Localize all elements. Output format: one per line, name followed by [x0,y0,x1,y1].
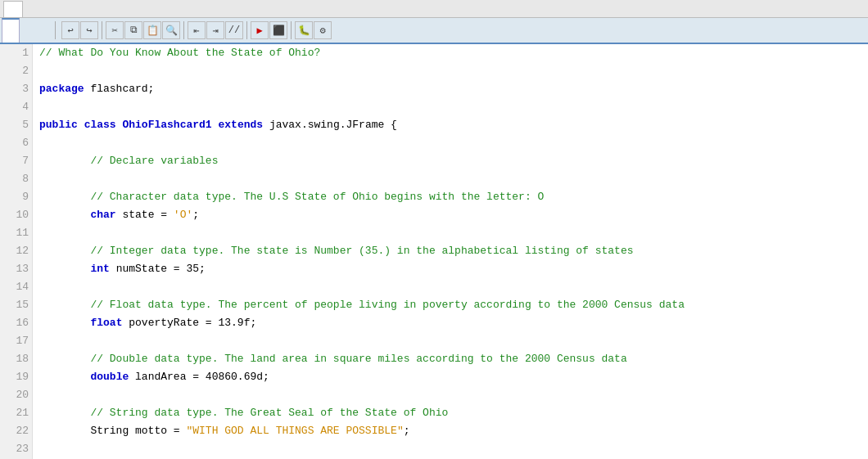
file-tab[interactable] [3,1,23,17]
line-number-11: 11 [3,224,29,242]
toolbar-btn-stop[interactable]: ⬛ [269,21,287,39]
toolbar-btn-paste[interactable]: 📋 [143,21,161,39]
code-line-10: char state = 'O'; [39,206,868,224]
code-editor: 1234567891011121314151617181920212223 //… [0,44,868,459]
code-line-1: // What Do You Know About the State of O… [39,44,868,62]
code-line-19: double landArea = 40860.69d; [39,368,868,386]
toolbar: ↩ ↪ ✂ ⧉ 📋 🔍 ⇤ ⇥ // ▶ ⬛ 🐛 ⚙ [61,21,332,39]
code-line-5: public class OhioFlashcard1 extends java… [39,116,868,134]
code-line-7: // Declare variables [39,152,868,170]
code-line-23 [39,440,868,458]
code-line-15: // Float data type. The percent of peopl… [39,296,868,314]
toolbar-btn-copy[interactable]: ⧉ [124,21,142,39]
code-line-22: String motto = "WITH GOD ALL THINGS ARE … [39,422,868,440]
line-number-9: 9 [3,188,29,206]
toolbar-separator-1 [55,21,56,39]
line-number-12: 12 [3,242,29,260]
line-number-6: 6 [3,134,29,152]
line-number-3: 3 [3,80,29,98]
toolbar-btn-redo[interactable]: ↪ [80,21,98,39]
line-number-15: 15 [3,296,29,314]
line-number-7: 7 [3,152,29,170]
line-number-18: 18 [3,350,29,368]
toolbar-btn-debug[interactable]: 🐛 [295,21,313,39]
toolbar-btn-build[interactable]: ⚙ [314,21,332,39]
toolbar-btn-cut[interactable]: ✂ [106,21,124,39]
line-number-22: 22 [3,422,29,440]
code-line-4 [39,98,868,116]
code-line-17 [39,332,868,350]
code-line-21: // String data type. The Great Seal of t… [39,404,868,422]
toolbar-btn-run[interactable]: ▶ [251,21,269,39]
toolbar-btn-shift-right[interactable]: ⇥ [206,21,224,39]
line-number-1: 1 [3,44,29,62]
tab-design[interactable] [20,18,36,43]
line-number-16: 16 [3,314,29,332]
menu-bar: ↩ ↪ ✂ ⧉ 📋 🔍 ⇤ ⇥ // ▶ ⬛ 🐛 ⚙ [0,18,868,44]
line-number-19: 19 [3,368,29,386]
line-number-2: 2 [3,62,29,80]
toolbar-btn-find[interactable]: 🔍 [162,21,180,39]
code-content[interactable]: // What Do You Know About the State of O… [33,44,868,459]
line-number-20: 20 [3,386,29,404]
title-bar [0,0,868,18]
code-line-12: // Integer data type. The state is Numbe… [39,242,868,260]
toolbar-separator-2 [102,21,102,39]
tab-source[interactable] [2,18,20,43]
code-line-20 [39,386,868,404]
code-line-9: // Character data type. The U.S State of… [39,188,868,206]
line-number-14: 14 [3,278,29,296]
toolbar-btn-shift-left[interactable]: ⇤ [188,21,206,39]
line-number-10: 10 [3,206,29,224]
code-line-18: // Double data type. The land area in sq… [39,350,868,368]
line-number-4: 4 [3,98,29,116]
code-line-2 [39,62,868,80]
toolbar-btn-undo[interactable]: ↩ [61,21,79,39]
code-line-3: package flashcard; [39,80,868,98]
toolbar-separator-5 [291,21,292,39]
code-line-11 [39,224,868,242]
code-line-16: float povertyRate = 13.9f; [39,314,868,332]
code-line-6 [39,134,868,152]
toolbar-separator-4 [246,21,247,39]
line-number-17: 17 [3,332,29,350]
line-number-13: 13 [3,260,29,278]
toolbar-separator-3 [183,21,184,39]
line-number-21: 21 [3,404,29,422]
line-number-5: 5 [3,116,29,134]
code-line-14 [39,278,868,296]
line-numbers: 1234567891011121314151617181920212223 [0,44,33,459]
toolbar-btn-toggle-comment[interactable]: // [225,21,243,39]
code-line-13: int numState = 35; [39,260,868,278]
line-number-8: 8 [3,170,29,188]
line-number-23: 23 [3,440,29,458]
code-line-8 [39,170,868,188]
tab-history[interactable] [36,18,52,43]
